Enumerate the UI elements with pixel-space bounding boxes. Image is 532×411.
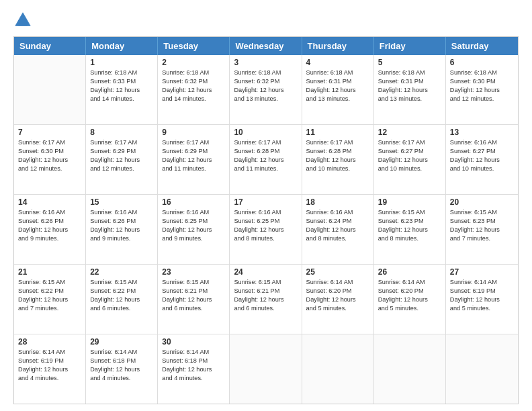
cell-content: Sunrise: 6:14 AM Sunset: 6:19 PM Dayligh… [18, 348, 81, 383]
day-number: 10 [234, 128, 297, 137]
day-number: 13 [450, 128, 514, 137]
day-number: 19 [378, 197, 441, 207]
day-number: 9 [162, 128, 225, 137]
calendar-week-2: 7Sunrise: 6:17 AM Sunset: 6:30 PM Daylig… [14, 124, 518, 194]
day-number: 29 [90, 337, 153, 347]
day-number: 7 [18, 128, 81, 137]
calendar-header: SundayMondayTuesdayWednesdayThursdayFrid… [14, 37, 518, 55]
cell-content: Sunrise: 6:18 AM Sunset: 6:33 PM Dayligh… [90, 68, 153, 103]
calendar-cell: 4Sunrise: 6:18 AM Sunset: 6:31 PM Daylig… [302, 55, 374, 124]
cell-content: Sunrise: 6:17 AM Sunset: 6:27 PM Dayligh… [378, 138, 441, 173]
calendar-cell: 9Sunrise: 6:17 AM Sunset: 6:29 PM Daylig… [158, 125, 230, 194]
calendar-week-1: 1Sunrise: 6:18 AM Sunset: 6:33 PM Daylig… [14, 55, 518, 124]
day-number: 16 [162, 197, 225, 207]
day-number: 27 [450, 267, 514, 277]
calendar-cell: 27Sunrise: 6:14 AM Sunset: 6:19 PM Dayli… [446, 265, 518, 334]
day-number: 6 [450, 58, 514, 67]
day-number: 12 [378, 128, 441, 137]
day-number: 30 [162, 337, 225, 347]
cell-content: Sunrise: 6:15 AM Sunset: 6:21 PM Dayligh… [162, 278, 225, 313]
day-number: 25 [306, 267, 369, 277]
day-number: 11 [306, 128, 369, 137]
day-number: 20 [450, 197, 514, 207]
header-day-friday: Friday [374, 37, 446, 55]
day-number: 14 [18, 197, 81, 207]
calendar-cell: 16Sunrise: 6:16 AM Sunset: 6:25 PM Dayli… [158, 195, 230, 264]
calendar-cell: 1Sunrise: 6:18 AM Sunset: 6:33 PM Daylig… [86, 55, 158, 124]
header-day-sunday: Sunday [14, 37, 86, 55]
calendar-cell [302, 334, 374, 404]
calendar-week-5: 28Sunrise: 6:14 AM Sunset: 6:19 PM Dayli… [14, 334, 518, 404]
calendar-cell: 12Sunrise: 6:17 AM Sunset: 6:27 PM Dayli… [374, 125, 446, 194]
cell-content: Sunrise: 6:15 AM Sunset: 6:22 PM Dayligh… [18, 278, 81, 313]
calendar-cell: 2Sunrise: 6:18 AM Sunset: 6:32 PM Daylig… [158, 55, 230, 124]
calendar-cell: 21Sunrise: 6:15 AM Sunset: 6:22 PM Dayli… [14, 265, 86, 334]
calendar-cell: 3Sunrise: 6:18 AM Sunset: 6:32 PM Daylig… [230, 55, 302, 124]
calendar-cell: 15Sunrise: 6:16 AM Sunset: 6:26 PM Dayli… [86, 195, 158, 264]
cell-content: Sunrise: 6:16 AM Sunset: 6:27 PM Dayligh… [450, 138, 514, 173]
cell-content: Sunrise: 6:16 AM Sunset: 6:25 PM Dayligh… [162, 208, 225, 243]
day-number: 22 [90, 267, 153, 277]
calendar-cell: 30Sunrise: 6:14 AM Sunset: 6:18 PM Dayli… [158, 334, 230, 404]
cell-content: Sunrise: 6:17 AM Sunset: 6:28 PM Dayligh… [234, 138, 297, 173]
cell-content: Sunrise: 6:15 AM Sunset: 6:22 PM Dayligh… [90, 278, 153, 313]
day-number: 1 [90, 58, 153, 67]
calendar-week-4: 21Sunrise: 6:15 AM Sunset: 6:22 PM Dayli… [14, 264, 518, 334]
day-number: 23 [162, 267, 225, 277]
cell-content: Sunrise: 6:16 AM Sunset: 6:26 PM Dayligh… [90, 208, 153, 243]
cell-content: Sunrise: 6:15 AM Sunset: 6:21 PM Dayligh… [234, 278, 297, 313]
cell-content: Sunrise: 6:14 AM Sunset: 6:19 PM Dayligh… [450, 278, 514, 313]
calendar-cell [446, 334, 518, 404]
header-day-monday: Monday [86, 37, 158, 55]
calendar-cell: 10Sunrise: 6:17 AM Sunset: 6:28 PM Dayli… [230, 125, 302, 194]
cell-content: Sunrise: 6:14 AM Sunset: 6:18 PM Dayligh… [90, 348, 153, 383]
cell-content: Sunrise: 6:14 AM Sunset: 6:18 PM Dayligh… [162, 348, 225, 383]
day-number: 21 [18, 267, 81, 277]
day-number: 3 [234, 58, 297, 67]
calendar-cell: 7Sunrise: 6:17 AM Sunset: 6:30 PM Daylig… [14, 125, 86, 194]
logo-icon [13, 11, 32, 30]
calendar-cell: 19Sunrise: 6:15 AM Sunset: 6:23 PM Dayli… [374, 195, 446, 264]
cell-content: Sunrise: 6:14 AM Sunset: 6:20 PM Dayligh… [378, 278, 441, 313]
cell-content: Sunrise: 6:18 AM Sunset: 6:31 PM Dayligh… [306, 68, 369, 103]
cell-content: Sunrise: 6:15 AM Sunset: 6:23 PM Dayligh… [378, 208, 441, 243]
cell-content: Sunrise: 6:14 AM Sunset: 6:20 PM Dayligh… [306, 278, 369, 313]
calendar: SundayMondayTuesdayWednesdayThursdayFrid… [13, 36, 519, 404]
day-number: 17 [234, 197, 297, 207]
header-day-wednesday: Wednesday [230, 37, 302, 55]
calendar-cell: 28Sunrise: 6:14 AM Sunset: 6:19 PM Dayli… [14, 334, 86, 404]
calendar-cell: 14Sunrise: 6:16 AM Sunset: 6:26 PM Dayli… [14, 195, 86, 264]
logo [13, 11, 35, 30]
day-number: 5 [378, 58, 441, 67]
cell-content: Sunrise: 6:18 AM Sunset: 6:31 PM Dayligh… [378, 68, 441, 103]
calendar-cell: 29Sunrise: 6:14 AM Sunset: 6:18 PM Dayli… [86, 334, 158, 404]
day-number: 28 [18, 337, 81, 347]
calendar-cell: 13Sunrise: 6:16 AM Sunset: 6:27 PM Dayli… [446, 125, 518, 194]
calendar-cell: 8Sunrise: 6:17 AM Sunset: 6:29 PM Daylig… [86, 125, 158, 194]
page: SundayMondayTuesdayWednesdayThursdayFrid… [0, 0, 532, 411]
day-number: 26 [378, 267, 441, 277]
calendar-cell: 26Sunrise: 6:14 AM Sunset: 6:20 PM Dayli… [374, 265, 446, 334]
header [13, 11, 519, 30]
day-number: 2 [162, 58, 225, 67]
calendar-week-3: 14Sunrise: 6:16 AM Sunset: 6:26 PM Dayli… [14, 194, 518, 264]
cell-content: Sunrise: 6:15 AM Sunset: 6:23 PM Dayligh… [450, 208, 514, 243]
day-number: 8 [90, 128, 153, 137]
cell-content: Sunrise: 6:17 AM Sunset: 6:30 PM Dayligh… [18, 138, 81, 173]
calendar-cell [230, 334, 302, 404]
calendar-cell: 24Sunrise: 6:15 AM Sunset: 6:21 PM Dayli… [230, 265, 302, 334]
day-number: 24 [234, 267, 297, 277]
day-number: 18 [306, 197, 369, 207]
calendar-cell [374, 334, 446, 404]
cell-content: Sunrise: 6:18 AM Sunset: 6:32 PM Dayligh… [234, 68, 297, 103]
cell-content: Sunrise: 6:18 AM Sunset: 6:30 PM Dayligh… [450, 68, 514, 103]
cell-content: Sunrise: 6:16 AM Sunset: 6:25 PM Dayligh… [234, 208, 297, 243]
day-number: 4 [306, 58, 369, 67]
calendar-cell: 5Sunrise: 6:18 AM Sunset: 6:31 PM Daylig… [374, 55, 446, 124]
day-number: 15 [90, 197, 153, 207]
cell-content: Sunrise: 6:17 AM Sunset: 6:29 PM Dayligh… [162, 138, 225, 173]
calendar-cell: 18Sunrise: 6:16 AM Sunset: 6:24 PM Dayli… [302, 195, 374, 264]
calendar-cell: 22Sunrise: 6:15 AM Sunset: 6:22 PM Dayli… [86, 265, 158, 334]
svg-rect-2 [18, 20, 28, 26]
cell-content: Sunrise: 6:18 AM Sunset: 6:32 PM Dayligh… [162, 68, 225, 103]
